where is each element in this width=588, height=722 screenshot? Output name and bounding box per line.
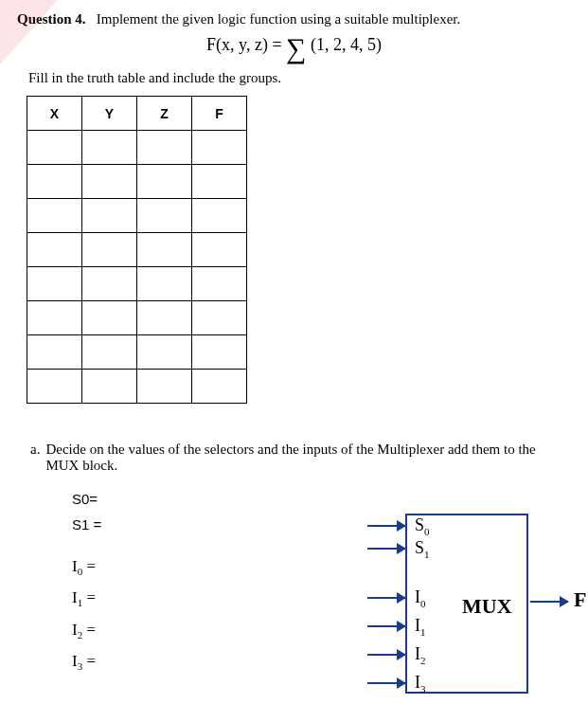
port-i2: I2 <box>415 644 426 666</box>
table-row <box>27 267 247 301</box>
sigma-symbol: ∑ <box>286 40 306 57</box>
table-row <box>27 199 247 233</box>
arrow-i2 <box>367 654 405 656</box>
th-y: Y <box>82 97 137 131</box>
port-i3: I3 <box>415 673 426 695</box>
th-f: F <box>192 97 247 131</box>
table-row <box>27 335 247 370</box>
instruction: Fill in the truth table and include the … <box>28 70 571 86</box>
part-a-marker: a. <box>30 442 40 474</box>
arrow-s1 <box>367 548 405 550</box>
question-prompt: Implement the given logic function using… <box>97 11 461 27</box>
arrow-i3 <box>367 682 405 684</box>
arrow-i0 <box>367 597 405 599</box>
mux-title: MUX <box>462 594 512 619</box>
formula-lhs: F(x, y, z) = <box>206 35 286 54</box>
mux-diagram: MUX S0 S1 I0 I1 I2 I3 F <box>348 514 576 703</box>
table-row <box>27 165 247 199</box>
question-line: Question 4. Implement the given logic fu… <box>17 11 571 27</box>
table-row <box>27 370 247 404</box>
th-x: X <box>27 97 82 131</box>
port-i0: I0 <box>415 587 426 609</box>
table-row <box>27 233 247 267</box>
formula-terms: (1, 2, 4, 5) <box>311 35 382 54</box>
part-a-text: Decide on the values of the selectors an… <box>45 442 571 474</box>
part-a: a. Decide on the values of the selectors… <box>30 442 571 474</box>
question-label: Question 4. <box>17 11 86 27</box>
table-row <box>27 301 247 335</box>
table-body <box>27 131 247 404</box>
arrow-i1 <box>367 625 405 627</box>
port-i1: I1 <box>415 616 426 638</box>
th-z: Z <box>137 97 192 131</box>
selector-s0: S0= <box>72 491 571 507</box>
arrow-out <box>530 601 568 603</box>
port-s0: S0 <box>415 515 430 537</box>
truth-table: X Y Z F <box>27 96 247 404</box>
arrow-s0 <box>367 525 405 527</box>
formula: F(x, y, z) = ∑ (1, 2, 4, 5) <box>17 35 571 57</box>
table-row <box>27 131 247 165</box>
port-s1: S1 <box>415 538 430 560</box>
table-header-row: X Y Z F <box>27 97 247 131</box>
mux-output-label: F <box>574 587 586 612</box>
